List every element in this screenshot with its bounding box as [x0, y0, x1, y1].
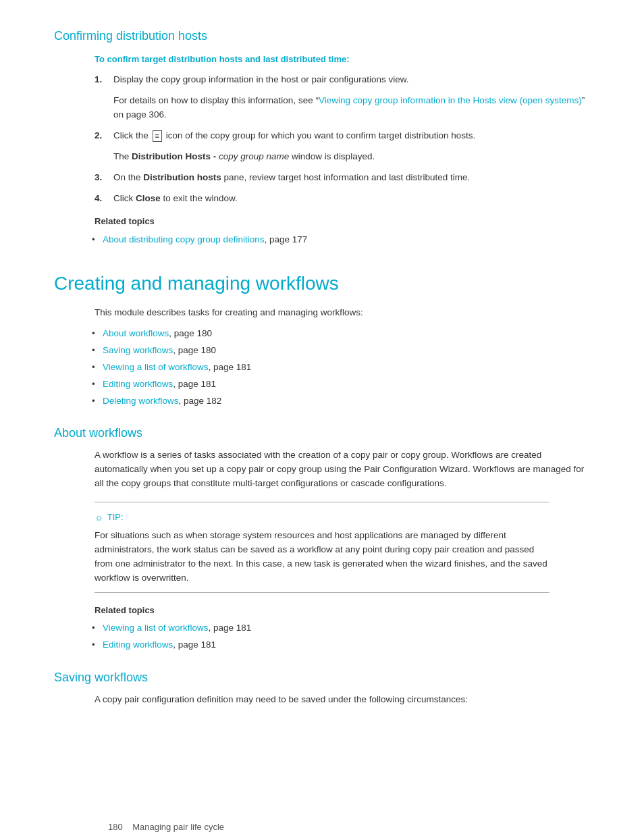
step-2-bold: Distribution Hosts -	[132, 151, 219, 161]
tip-box: ☼ TIP: For situations such as when stora…	[95, 502, 549, 593]
step-4-text: Click Close to exit the window.	[113, 192, 590, 206]
step-4-number: 4.	[95, 192, 113, 206]
editing-workflows-link[interactable]: Editing workflows	[103, 379, 173, 389]
step-3-text: On the Distribution hosts pane, review t…	[113, 171, 590, 185]
tip-header: ☼ TIP:	[95, 509, 549, 525]
step-2-note: The Distribution Hosts - copy group name…	[54, 150, 590, 164]
step-3: 3. On the Distribution hosts pane, revie…	[54, 171, 590, 185]
step-2: 2. Click the ≡ icon of the copy group fo…	[54, 129, 590, 143]
step-3-bold: Distribution hosts	[143, 172, 221, 182]
step-2-number: 2.	[95, 129, 113, 143]
about-related-list: Viewing a list of workflows, page 181 Ed…	[54, 621, 590, 652]
tip-icon: ☼	[95, 509, 104, 525]
saving-workflows-title: Saving workflows	[54, 669, 590, 687]
about-related-header: Related topics	[54, 604, 590, 617]
creating-links-list: About workflows, page 180 Saving workflo…	[54, 327, 590, 409]
confirming-related-item-1: About distributing copy group definition…	[103, 233, 590, 247]
dist-icon: ≡	[153, 130, 162, 142]
confirming-related-link-1[interactable]: About distributing copy group definition…	[103, 234, 264, 244]
procedure-header: To confirm target distribution hosts and…	[54, 53, 590, 66]
step-1-text: Display the copy group information in th…	[113, 73, 590, 87]
step-1-link[interactable]: Viewing copy group information in the Ho…	[319, 95, 582, 105]
about-related-link-1[interactable]: Viewing a list of workflows	[103, 623, 209, 633]
step-1-number: 1.	[95, 73, 113, 87]
step-4: 4. Click Close to exit the window.	[54, 192, 590, 206]
tip-text: For situations such as when storage syst…	[95, 529, 549, 585]
creating-title: Creating and managing workflows	[54, 269, 590, 298]
creating-link-3: Viewing a list of workflows, page 181	[103, 361, 590, 375]
confirming-related-header: Related topics	[54, 215, 590, 228]
confirming-title: Confirming distribution hosts	[54, 27, 590, 46]
about-related-item-2: Editing workflows, page 181	[103, 638, 590, 652]
creating-link-4: Editing workflows, page 181	[103, 377, 590, 392]
creating-link-2: Saving workflows, page 180	[103, 344, 590, 358]
about-workflows-link[interactable]: About workflows	[103, 328, 169, 338]
step-3-number: 3.	[95, 171, 113, 185]
footer: 180 Managing pair life cycle	[108, 820, 224, 834]
creating-link-1: About workflows, page 180	[103, 327, 590, 341]
about-related-item-1: Viewing a list of workflows, page 181	[103, 621, 590, 635]
footer-text: Managing pair life cycle	[132, 822, 224, 832]
saving-workflows-link[interactable]: Saving workflows	[103, 345, 173, 355]
creating-intro: This module describes tasks for creating…	[54, 306, 590, 320]
step-1: 1. Display the copy group information in…	[54, 73, 590, 87]
creating-link-5: Deleting workflows, page 182	[103, 394, 590, 409]
tip-label: TIP:	[107, 511, 124, 524]
saving-workflows-body: A copy pair configuration definition may…	[54, 693, 590, 707]
viewing-workflows-link[interactable]: Viewing a list of workflows	[103, 362, 209, 372]
deleting-workflows-link[interactable]: Deleting workflows	[103, 396, 179, 406]
footer-page: 180	[108, 822, 123, 832]
step-2-text: Click the ≡ icon of the copy group for w…	[113, 129, 590, 143]
step-1-note: For details on how to display this infor…	[54, 94, 590, 122]
step-2-italic: copy group name	[219, 151, 289, 161]
step-4-bold: Close	[136, 193, 161, 203]
about-related-link-2[interactable]: Editing workflows	[103, 640, 173, 650]
about-workflows-body: A workflow is a series of tasks associat…	[54, 448, 590, 491]
about-workflows-title: About workflows	[54, 424, 590, 443]
confirming-related-list: About distributing copy group definition…	[54, 233, 590, 247]
